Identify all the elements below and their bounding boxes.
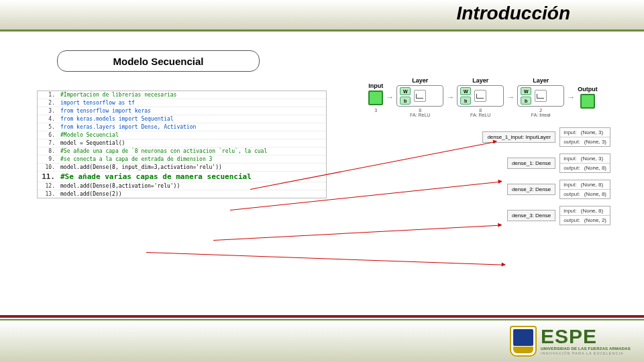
- line-number: 12.: [38, 182, 58, 190]
- subtitle-box: Modelo Secuencial: [57, 50, 260, 72]
- line-number: 5.: [38, 123, 58, 131]
- layer-sublabel: 2 FA: lineal: [531, 108, 551, 117]
- shape-key: output:: [564, 139, 580, 145]
- layer-box: Wb: [457, 85, 504, 107]
- code-line: 12.model.add(Dense(8,activation='relu')): [38, 182, 326, 190]
- code-line: 1.#Importacion de librerias necesarias: [38, 91, 326, 99]
- output-col: Output: [578, 86, 598, 109]
- layer-col: LayerWb2 FA: lineal: [517, 77, 564, 117]
- code-line: 11.#Se añade varias capas de manera secu…: [38, 172, 326, 182]
- output-label: Output: [578, 86, 598, 93]
- shape-key: input:: [564, 208, 577, 214]
- code-line: 9.#se conecta a la capa de entrada de di…: [38, 156, 326, 164]
- input-node-icon: [368, 90, 383, 105]
- layer-info-list: dense_1_input: InputLayerinput:(None, 3)…: [335, 127, 631, 225]
- activation-icon: [414, 90, 426, 102]
- layer-title: Layer: [533, 77, 549, 84]
- footer-divider-red: [0, 315, 644, 318]
- arrow-annotation: [146, 252, 505, 265]
- line-number: 8.: [38, 147, 58, 155]
- logo-line2: INNOVACIÓN PARA LA EXCELENCIA: [541, 352, 631, 356]
- nn-diagram: Input 3 → LayerWb8 FA: ReLU→LayerWb8 FA:…: [335, 74, 631, 225]
- line-number: 3.: [38, 107, 58, 115]
- shape-key: input:: [564, 156, 577, 162]
- diagram-top-row: Input 3 → LayerWb8 FA: ReLU→LayerWb8 FA:…: [335, 74, 631, 121]
- code-text: #Modelo Secuencial: [58, 131, 121, 139]
- espe-logo: ESPE UNIVERSIDAD DE LAS FUERZAS ARMADAS …: [510, 326, 631, 357]
- layer-sublabel: 8 FA: ReLU: [470, 108, 490, 117]
- shape-value: (None, 8): [584, 191, 606, 197]
- code-text: from tensorflow import keras: [58, 107, 154, 115]
- line-number: 2.: [38, 99, 58, 107]
- code-text: #Se añade una capa de `8 neuronas con ac…: [58, 147, 270, 155]
- shape-value: (None, 3): [581, 129, 603, 135]
- line-number: 6.: [38, 131, 58, 139]
- code-line: 6.#Modelo Secuencial: [38, 131, 326, 139]
- line-number: 13.: [38, 190, 58, 198]
- code-text: from keras.layers import Dense, Activati…: [58, 123, 199, 131]
- code-text: #Se añade varias capas de manera secuenc…: [58, 172, 254, 182]
- layer-info-shape: input:(None, 8)output:(None, 8): [559, 180, 610, 199]
- bias-icon: b: [400, 97, 411, 105]
- line-number: 10.: [38, 164, 58, 171]
- layer-info-shape: input:(None, 8)output:(None, 2): [559, 206, 610, 225]
- output-node-icon: [580, 94, 595, 109]
- shape-key: output:: [564, 217, 580, 223]
- code-text: #Importacion de librerias necesarias: [58, 91, 179, 99]
- code-line: 13.model.add(Dense(2)): [38, 190, 326, 198]
- layer-info-shape: input:(None, 3)output:(None, 8): [559, 154, 610, 173]
- line-number: 9.: [38, 156, 58, 163]
- code-line: 3.from tensorflow import keras: [38, 107, 326, 115]
- code-text: model.add(Dense(8, input_dim=3,activatio…: [58, 164, 225, 171]
- bias-icon: b: [521, 97, 531, 105]
- layer-box: Wb: [396, 85, 443, 107]
- line-number: 1.: [38, 91, 58, 99]
- arrow-annotation: [213, 225, 501, 241]
- arrow-icon: →: [566, 93, 576, 102]
- line-number: 4.: [38, 115, 58, 123]
- layer-info-name: dense_2: Dense: [507, 184, 555, 195]
- shape-value: (None, 8): [581, 208, 603, 214]
- layer-info-shape: input:(None, 3)output:(None, 3): [559, 127, 610, 147]
- arrow-icon: →: [384, 93, 395, 102]
- slide-root: Introducción Modelo Secuencial 1.#Import…: [0, 0, 644, 362]
- layer-col: LayerWb8 FA: ReLU: [396, 77, 443, 117]
- logo-line1: UNIVERSIDAD DE LAS FUERZAS ARMADAS: [541, 347, 631, 351]
- layer-info-name: dense_1: Dense: [507, 158, 555, 169]
- page-title: Introducción: [456, 3, 570, 24]
- shape-value: (None, 8): [581, 182, 603, 188]
- shape-key: output:: [564, 191, 580, 197]
- shape-value: (None, 2): [584, 217, 606, 223]
- shape-key: input:: [564, 129, 577, 135]
- layer-info: dense_1: Denseinput:(None, 3)output:(Non…: [507, 154, 610, 173]
- activation-icon: [535, 90, 547, 102]
- layer-info: dense_2: Denseinput:(None, 8)output:(Non…: [507, 180, 610, 199]
- layer-col: LayerWb8 FA: ReLU: [457, 77, 504, 117]
- logo-text: ESPE UNIVERSIDAD DE LAS FUERZAS ARMADAS …: [541, 326, 631, 356]
- input-col: Input 3: [368, 82, 383, 113]
- code-text: import tensorflow as tf: [58, 99, 138, 107]
- code-line: 8.#Se añade una capa de `8 neuronas con …: [38, 147, 326, 156]
- logo-brand: ESPE: [541, 326, 597, 347]
- weight-icon: W: [521, 87, 531, 95]
- weight-icon: W: [460, 87, 471, 95]
- layer-box: Wb: [517, 85, 564, 107]
- shape-value: (None, 8): [584, 165, 606, 171]
- layer-sublabel: 8 FA: ReLU: [410, 108, 430, 117]
- shape-key: output:: [564, 165, 580, 171]
- layer-title: Layer: [472, 77, 488, 84]
- line-number: 7.: [38, 139, 58, 147]
- layer-info: dense_1_input: InputLayerinput:(None, 3)…: [482, 127, 610, 147]
- code-text: from keras.models import Sequential: [58, 115, 176, 123]
- code-line: 7.model = Sequential(): [38, 139, 326, 147]
- weight-icon: W: [400, 87, 411, 95]
- shape-value: (None, 3): [584, 139, 606, 145]
- layer-info-name: dense_3: Dense: [507, 210, 555, 221]
- layer-info: dense_3: Denseinput:(None, 8)output:(Non…: [507, 206, 610, 225]
- input-label: Input: [368, 82, 383, 89]
- bias-icon: b: [460, 97, 471, 105]
- code-text: model.add(Dense(2)): [58, 190, 125, 198]
- shape-key: input:: [564, 182, 577, 188]
- activation-icon: [474, 90, 486, 102]
- code-text: model = Sequential(): [58, 139, 127, 147]
